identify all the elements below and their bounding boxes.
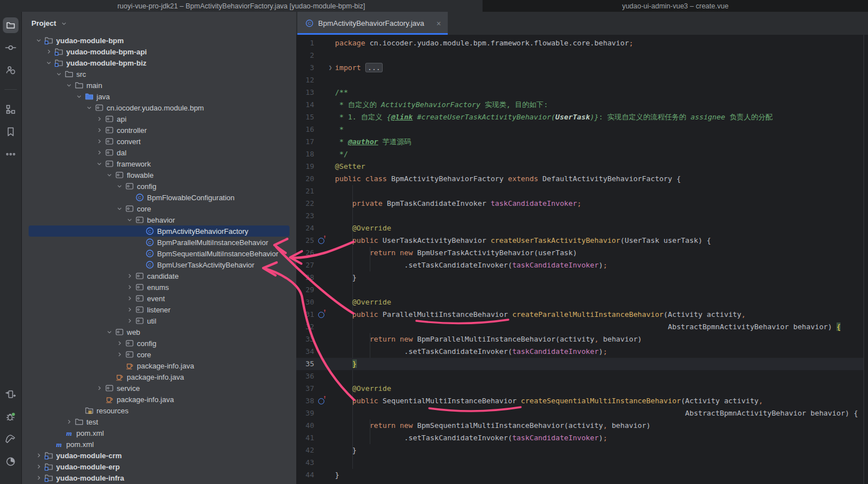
chevron-right-icon[interactable] [116, 339, 125, 347]
tree-item-behavior[interactable]: behavior [22, 214, 296, 225]
chevron-down-icon[interactable] [105, 328, 115, 336]
code-line-40[interactable]: 40 return new BpmSequentialMultiInstance… [296, 420, 868, 432]
code-line-29[interactable]: 29 [296, 284, 868, 296]
chevron-right-icon[interactable] [45, 48, 54, 56]
code-line-19[interactable]: 19@Setter [296, 160, 868, 173]
chevron-right-icon[interactable] [116, 351, 125, 358]
chevron-right-icon[interactable] [95, 126, 105, 134]
chevron-right-icon[interactable] [95, 137, 105, 145]
chevron-right-icon[interactable] [126, 317, 135, 325]
code-line-18[interactable]: 18 */ [296, 148, 868, 160]
tree-item-yudao-module-bpm-biz[interactable]: yudao-module-bpm-biz [22, 57, 296, 68]
code-line-38[interactable]: 38↑ public SequentialMultiInstanceBehavi… [296, 395, 868, 407]
chevron-right-icon[interactable] [35, 463, 44, 471]
tree-item-web[interactable]: web [22, 326, 296, 338]
tree-item-bpmusertaskactivitybehavior[interactable]: CBpmUserTaskActivityBehavior [22, 259, 296, 270]
code-line-37[interactable]: 37 @Override [296, 382, 868, 395]
chevron-down-icon[interactable] [75, 93, 85, 100]
chevron-down-icon[interactable] [126, 216, 135, 224]
code-line-13[interactable]: 13/** [296, 86, 868, 99]
tree-item-src[interactable]: src [22, 68, 296, 80]
tree-item-pom-xml[interactable]: mpom.xml [22, 427, 296, 439]
tree-item-cn-iocoder-yudao-module-bpm[interactable]: cn.iocoder.yudao.module.bpm [22, 102, 296, 113]
pull-requests-icon[interactable] [3, 62, 19, 78]
code-line-1[interactable]: 1package cn.iocoder.yudao.module.bpm.fra… [296, 37, 868, 49]
code-line-20[interactable]: 20public class BpmActivityBehaviorFactor… [296, 173, 868, 185]
code-line-28[interactable]: 28 } [296, 271, 868, 284]
code-line-32[interactable]: 32 AbstractBpmnActivityBehavior behavior… [296, 321, 868, 333]
tree-item-bpmparallelmultiinstancebehavior[interactable]: CBpmParallelMultiInstanceBehavior [22, 237, 296, 248]
structure-icon[interactable] [3, 102, 19, 117]
tree-item-dal[interactable]: dal [22, 147, 296, 158]
code-line-44[interactable]: 44} [296, 469, 868, 481]
tree-item-core[interactable]: core [22, 203, 296, 214]
code-line-16[interactable]: 16 * [296, 123, 868, 136]
chevron-down-icon[interactable] [35, 36, 44, 44]
code-line-23[interactable]: 23 [296, 210, 868, 222]
tree-item-bpmsequentialmultiinstancebehavior[interactable]: CBpmSequentialMultiInstanceBehavior [22, 248, 296, 259]
chevron-down-icon[interactable] [85, 104, 95, 112]
chevron-right-icon[interactable] [35, 474, 44, 482]
bookmarks-icon[interactable] [3, 124, 19, 140]
tab-close-icon[interactable]: × [437, 19, 441, 28]
build-icon[interactable] [3, 431, 19, 447]
tree-item-pom-xml[interactable]: mpom.xml [22, 439, 296, 450]
tree-item-yudao-module-bpm[interactable]: yudao-module-bpm [22, 35, 296, 46]
debug-icon[interactable] [3, 409, 19, 425]
tree-item-listener[interactable]: listener [22, 304, 296, 315]
code-line-34[interactable]: 34 .setTaskCandidateInvoker(taskCandidat… [296, 345, 868, 358]
tree-item-yudao-module-crm[interactable]: yudao-module-crm [22, 450, 296, 461]
chevron-right-icon[interactable] [126, 294, 135, 302]
chevron-down-icon[interactable] [105, 171, 115, 179]
code-line-42[interactable]: 42 } [296, 444, 868, 457]
code-line-12[interactable]: 12 [296, 74, 868, 86]
tree-item-util[interactable]: util [22, 315, 296, 326]
chevron-right-icon[interactable] [95, 115, 105, 123]
overriding-method-icon[interactable]: ↑ [318, 312, 324, 318]
profiler-icon[interactable] [3, 454, 19, 469]
tree-item-convert[interactable]: convert [22, 136, 296, 147]
chevron-right-icon[interactable] [95, 384, 105, 392]
tree-item-service[interactable]: service [22, 382, 296, 394]
tree-item-event[interactable]: event [22, 293, 296, 304]
code-line-2[interactable]: 2 [296, 49, 868, 62]
tree-item-package-info-java[interactable]: package-info.java [22, 371, 296, 382]
chevron-down-icon[interactable] [116, 182, 125, 190]
tree-item-framework[interactable]: framework [22, 158, 296, 169]
tree-item-api[interactable]: api [22, 113, 296, 125]
code-line-39[interactable]: 39 AbstractBpmnActivityBehavior behavior… [296, 407, 868, 420]
chevron-down-icon[interactable] [55, 70, 65, 78]
tree-item-test[interactable]: test [22, 416, 296, 427]
tree-item-core[interactable]: core [22, 349, 296, 360]
code-line-43[interactable]: 43 [296, 457, 868, 469]
chevron-right-icon[interactable] [95, 149, 105, 156]
chevron-right-icon[interactable] [65, 418, 75, 426]
tree-item-resources[interactable]: resources [22, 405, 296, 416]
tree-item-candidate[interactable]: candidate [22, 270, 296, 282]
tree-item-config[interactable]: config [22, 181, 296, 192]
tree-item-enums[interactable]: enums [22, 282, 296, 293]
code-area[interactable]: 1package cn.iocoder.yudao.module.bpm.fra… [296, 37, 868, 481]
chevron-right-icon[interactable] [35, 451, 44, 459]
chevron-down-icon[interactable] [65, 81, 75, 89]
tree-item-bpmactivitybehaviorfactory[interactable]: CBpmActivityBehaviorFactory [22, 225, 296, 237]
tree-item-config[interactable]: config [22, 338, 296, 349]
project-tool-icon[interactable] [3, 17, 19, 33]
code-line-17[interactable]: 17 * @author 芋道源码 [296, 136, 868, 148]
tree-item-controller[interactable]: controller [22, 125, 296, 136]
overriding-method-icon[interactable]: ↑ [318, 238, 324, 244]
code-line-22[interactable]: 22 private BpmTaskCandidateInvoker taskC… [296, 197, 868, 210]
fold-chevron-icon[interactable]: ❯ [328, 62, 332, 74]
code-line-27[interactable]: 27 .setTaskCandidateInvoker(taskCandidat… [296, 259, 868, 271]
tree-item-main[interactable]: main [22, 80, 296, 91]
more-tool-windows-icon[interactable] [3, 146, 19, 162]
chevron-right-icon[interactable] [126, 283, 135, 291]
overriding-method-icon[interactable]: ↑ [318, 398, 324, 404]
chevron-down-icon[interactable] [45, 59, 54, 67]
services-icon[interactable] [3, 386, 19, 402]
tree-item-bpmflowableconfiguration[interactable]: CBpmFlowableConfiguration [22, 192, 296, 203]
code-line-30[interactable]: 30 @Override [296, 296, 868, 308]
code-line-26[interactable]: 26 return new BpmUserTaskActivityBehavio… [296, 247, 868, 259]
tree-item-java[interactable]: java [22, 91, 296, 102]
commit-icon[interactable] [3, 40, 19, 56]
